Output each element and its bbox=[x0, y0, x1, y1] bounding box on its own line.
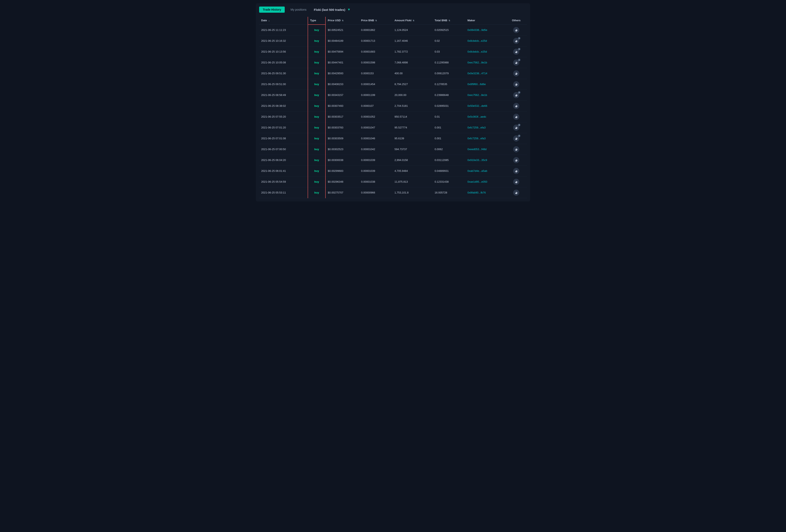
amount-floki-cell: 95.6139 bbox=[392, 133, 433, 144]
price-bnb-cell: 0.00001199 bbox=[359, 90, 392, 100]
table-row: 2021-06-25 07:00:50buy$0.003025230.00001… bbox=[259, 144, 527, 154]
type-cell: buy bbox=[308, 46, 325, 57]
amount-floki-cell: 8,794.2527 bbox=[392, 79, 433, 90]
table-row: 2021-06-25 11:11:23buy$0.005245210.00001… bbox=[259, 25, 527, 35]
col-price-bnb[interactable]: Price BNB ⇅ bbox=[359, 17, 392, 25]
table-body: 2021-06-25 11:11:23buy$0.005245210.00001… bbox=[259, 25, 527, 198]
maker-cell[interactable]: 0xfc7259...efa3 bbox=[465, 122, 506, 133]
table-wrapper: Date ⌄ Type Price USD ⇅ Price BNB ⇅ bbox=[259, 17, 527, 198]
chart-button[interactable]: ◕2 bbox=[513, 125, 519, 131]
chart-button[interactable]: ◕ bbox=[513, 179, 519, 185]
col-price-usd[interactable]: Price USD ⇅ bbox=[325, 17, 359, 25]
price-bnb-cell: 0.0000107 bbox=[359, 100, 392, 111]
trade-history-tab[interactable]: Trade History bbox=[259, 6, 285, 13]
chart-button[interactable]: ◕ bbox=[513, 114, 519, 120]
chart-button[interactable]: ◕ bbox=[513, 168, 519, 174]
chart-button[interactable]: ◕2 bbox=[513, 49, 519, 55]
date-cell: 2021-06-25 09:51:00 bbox=[259, 79, 308, 90]
badge: 2 bbox=[518, 48, 521, 50]
maker-cell[interactable]: 0x0e3238...4714 bbox=[465, 68, 506, 79]
col-type: Type bbox=[308, 17, 325, 25]
maker-cell[interactable]: 0x5c063f...aedc bbox=[465, 111, 506, 122]
table-header: Date ⌄ Type Price USD ⇅ Price BNB ⇅ bbox=[259, 17, 527, 25]
others-cell: ◕ bbox=[506, 68, 527, 79]
maker-cell[interactable]: 0x8fab90...fb76 bbox=[465, 187, 506, 198]
type-cell: buy bbox=[308, 90, 325, 100]
maker-cell[interactable]: 0x8cbdcb...e25d bbox=[465, 46, 506, 57]
total-bnb-cell: 0.02092515 bbox=[433, 25, 465, 35]
others-cell: ◕2 bbox=[506, 35, 527, 46]
maker-cell[interactable]: 0xec7562...8e1b bbox=[465, 90, 506, 100]
chart-button[interactable]: ◕2 bbox=[513, 38, 519, 44]
type-cell: buy bbox=[308, 25, 325, 35]
total-bnb-cell: 0.001 bbox=[433, 122, 465, 133]
maker-cell[interactable]: 0x910e33...35c9 bbox=[465, 154, 506, 166]
chart-button[interactable]: ◕ bbox=[513, 27, 519, 33]
amount-floki-cell: 1,167.4046 bbox=[392, 35, 433, 46]
maker-cell[interactable]: 0x50e532...de66 bbox=[465, 100, 506, 111]
trade-table: Date ⌄ Type Price USD ⇅ Price BNB ⇅ bbox=[259, 17, 527, 198]
chart-button[interactable]: ◕2 bbox=[513, 136, 519, 142]
price-usd-cell: $0.00524521 bbox=[325, 25, 359, 35]
price-bnb-cell: 0.00001454 bbox=[359, 79, 392, 90]
chart-button[interactable]: ◕2 bbox=[513, 59, 519, 66]
others-cell: ◕2 bbox=[506, 133, 527, 144]
date-cell: 2021-06-25 08:58:49 bbox=[259, 90, 308, 100]
chart-button[interactable]: ◕ bbox=[513, 70, 519, 76]
amount-floki-cell: 1,782.3772 bbox=[392, 46, 433, 57]
header: Trade History My positions Floki (last 5… bbox=[259, 6, 527, 13]
amount-floki-cell: 400.00 bbox=[392, 68, 433, 79]
others-cell: ◕ bbox=[506, 176, 527, 187]
col-total-bnb[interactable]: Total BNB ⇅ bbox=[433, 17, 465, 25]
price-bnb-cell: 0.00001039 bbox=[359, 166, 392, 176]
type-cell: buy bbox=[308, 122, 325, 133]
badge: 2 bbox=[518, 59, 521, 61]
chart-button[interactable]: ◕ bbox=[513, 157, 519, 163]
others-cell: ◕ bbox=[506, 111, 527, 122]
price-bnb-cell: 0.00000966 bbox=[359, 187, 392, 198]
maker-cell[interactable]: 0xfc7259...efa3 bbox=[465, 133, 506, 144]
maker-cell[interactable]: 0x8cbdcb...e25d bbox=[465, 35, 506, 46]
date-cell: 2021-06-25 07:55:20 bbox=[259, 111, 308, 122]
type-cell: buy bbox=[308, 111, 325, 122]
my-positions-tab[interactable]: My positions bbox=[287, 6, 310, 13]
filter-icon[interactable]: ▼ bbox=[347, 8, 351, 11]
others-cell: ◕ bbox=[506, 187, 527, 198]
amount-floki-cell: 20,000.00 bbox=[392, 90, 433, 100]
date-cell: 2021-06-25 05:53:11 bbox=[259, 187, 308, 198]
col-amount-floki[interactable]: Amount Floki ⇅ bbox=[392, 17, 433, 25]
date-cell: 2021-06-25 06:01:41 bbox=[259, 166, 308, 176]
price-bnb-cell: 0.00001038 bbox=[359, 176, 392, 187]
table-row: 2021-06-25 07:01:08buy$0.003035090.00001… bbox=[259, 133, 527, 144]
maker-cell[interactable]: 0xeed053...f48d bbox=[465, 144, 506, 154]
price-bnb-cell: 0.00001052 bbox=[359, 111, 392, 122]
type-cell: buy bbox=[308, 79, 325, 90]
amount-floki-cell: 1,124.0524 bbox=[392, 25, 433, 35]
maker-cell[interactable]: 0xab7d4e...a5ab bbox=[465, 166, 506, 176]
chart-button[interactable]: ◕ bbox=[513, 103, 519, 109]
price-bnb-cell: 0.00001039 bbox=[359, 154, 392, 166]
table-row: 2021-06-25 05:53:11buy$0.002757070.00000… bbox=[259, 187, 527, 198]
chart-button[interactable]: ◕2 bbox=[513, 92, 519, 98]
price-usd-cell: $0.00475694 bbox=[325, 46, 359, 57]
price-usd-cell: $0.00429593 bbox=[325, 68, 359, 79]
table-row: 2021-06-25 07:55:20buy$0.003035170.00001… bbox=[259, 111, 527, 122]
maker-cell[interactable]: 0x064338...9d5e bbox=[465, 25, 506, 35]
type-cell: buy bbox=[308, 166, 325, 176]
maker-cell[interactable]: 0x8f9f60...6d6e bbox=[465, 79, 506, 90]
price-usd-cell: $0.00484189 bbox=[325, 35, 359, 46]
price-usd-sort-icon: ⇅ bbox=[342, 19, 344, 22]
price-usd-cell: $0.00307493 bbox=[325, 100, 359, 111]
chart-button[interactable]: ◕ bbox=[513, 81, 519, 87]
maker-cell[interactable]: 0xae1d95...e050 bbox=[465, 176, 506, 187]
price-usd-cell: $0.00275707 bbox=[325, 187, 359, 198]
price-usd-cell: $0.00296348 bbox=[325, 176, 359, 187]
date-cell: 2021-06-25 11:11:23 bbox=[259, 25, 308, 35]
col-others: Others bbox=[506, 17, 527, 25]
price-usd-cell: $0.00303783 bbox=[325, 122, 359, 133]
maker-cell[interactable]: 0xec7562...8e1b bbox=[465, 57, 506, 68]
total-bnb-cell: 0.04889931 bbox=[433, 166, 465, 176]
col-date[interactable]: Date ⌄ bbox=[259, 17, 308, 25]
chart-button[interactable]: ◕ bbox=[513, 190, 519, 196]
chart-button[interactable]: ◕ bbox=[513, 146, 519, 152]
